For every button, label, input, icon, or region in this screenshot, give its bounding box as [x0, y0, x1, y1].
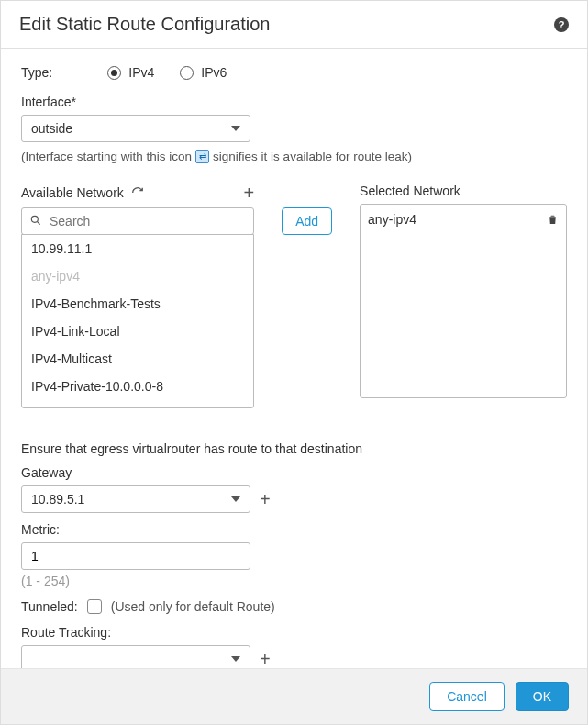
selected-item-label: any-ipv4 [368, 212, 416, 227]
interface-value: outside [31, 121, 72, 136]
reload-icon[interactable] [131, 186, 144, 199]
radio-ipv6-label: IPv6 [201, 65, 227, 80]
available-label: Available Network [21, 185, 124, 200]
radio-ipv6[interactable]: IPv6 [180, 65, 227, 80]
interface-hint-prefix: (Interface starting with this icon [21, 150, 192, 163]
chevron-down-icon [231, 496, 240, 502]
interface-select[interactable]: outside [21, 115, 250, 142]
chevron-down-icon [231, 656, 240, 662]
add-button[interactable]: Add [282, 207, 332, 235]
dialog-footer: Cancel OK [1, 668, 587, 724]
radio-indicator [107, 66, 121, 80]
route-leak-icon: ⇄ [195, 150, 209, 163]
gateway-value: 10.89.5.1 [31, 492, 84, 507]
metric-label: Metric: [21, 522, 567, 537]
svg-line-1 [38, 221, 40, 224]
interface-hint-suffix: signifies it is available for route leak… [213, 150, 412, 163]
selected-item: any-ipv4 [368, 210, 559, 229]
selected-header: Selected Network [360, 184, 567, 198]
tunneled-checkbox[interactable] [87, 599, 102, 614]
route-tracking-field: Route Tracking: + [21, 625, 567, 668]
radio-indicator [180, 66, 194, 80]
selected-label: Selected Network [360, 184, 460, 198]
list-item[interactable]: IPv4-Multicast [22, 345, 253, 373]
dialog-body: Type: IPv4 IPv6 Interface* outside (Inte… [1, 49, 587, 668]
metric-range: (1 - 254) [21, 574, 567, 588]
tunneled-label: Tunneled: [21, 599, 78, 614]
metric-input[interactable] [21, 542, 250, 570]
cancel-button[interactable]: Cancel [429, 682, 505, 711]
list-item[interactable]: IPv4-Benchmark-Tests [22, 290, 253, 318]
trash-icon[interactable] [547, 213, 559, 226]
interface-hint: (Interface starting with this icon ⇄ sig… [21, 150, 567, 163]
svg-point-0 [31, 216, 38, 222]
chevron-down-icon [231, 126, 240, 131]
list-item: any-ipv4 [22, 262, 253, 290]
egress-note: Ensure that egress virtualrouter has rou… [21, 441, 567, 456]
tunneled-field: Tunneled: (Used only for default Route) [21, 599, 567, 614]
add-route-tracking-icon[interactable]: + [260, 650, 271, 668]
add-button-column: Add [282, 184, 332, 235]
search-box[interactable] [21, 207, 254, 235]
tunneled-note: (Used only for default Route) [111, 599, 275, 614]
dialog-header: Edit Static Route Configuration ? [1, 1, 587, 49]
selected-network-column: Selected Network any-ipv4 [360, 184, 567, 398]
edit-static-route-dialog: Edit Static Route Configuration ? Type: … [0, 0, 588, 725]
list-item[interactable]: 10.99.11.1 [22, 235, 253, 262]
type-label: Type: [21, 65, 52, 80]
type-radio-group: IPv4 IPv6 [107, 65, 227, 80]
radio-ipv4[interactable]: IPv4 [107, 65, 154, 80]
metric-field: Metric: (1 - 254) [21, 522, 567, 588]
route-tracking-select[interactable] [21, 645, 250, 668]
selected-list: any-ipv4 [360, 204, 567, 398]
gateway-select[interactable]: 10.89.5.1 [21, 485, 250, 513]
help-icon[interactable]: ? [554, 17, 569, 32]
search-icon [29, 214, 42, 229]
gateway-field: Gateway 10.89.5.1 + [21, 465, 567, 513]
ok-button[interactable]: OK [516, 682, 569, 711]
interface-label: Interface* [21, 95, 567, 109]
interface-field: Interface* outside (Interface starting w… [21, 95, 567, 163]
list-item[interactable]: IPv4-Private-10.0.0.0-8 [22, 373, 253, 400]
available-header: Available Network + [21, 184, 254, 202]
gateway-label: Gateway [21, 465, 567, 480]
available-network-column: Available Network + 10.99.11.1 any-i [21, 184, 254, 408]
networks-section: Available Network + 10.99.11.1 any-i [21, 184, 567, 408]
type-row: Type: IPv4 IPv6 [21, 65, 567, 80]
available-list[interactable]: 10.99.11.1 any-ipv4 IPv4-Benchmark-Tests… [21, 234, 254, 408]
add-network-icon[interactable]: + [243, 184, 254, 202]
add-gateway-icon[interactable]: + [260, 490, 271, 508]
radio-ipv4-label: IPv4 [128, 65, 154, 80]
list-item[interactable]: IPv4-Link-Local [22, 318, 253, 345]
dialog-title: Edit Static Route Configuration [19, 14, 271, 35]
search-input[interactable] [48, 213, 246, 229]
route-tracking-label: Route Tracking: [21, 625, 567, 640]
